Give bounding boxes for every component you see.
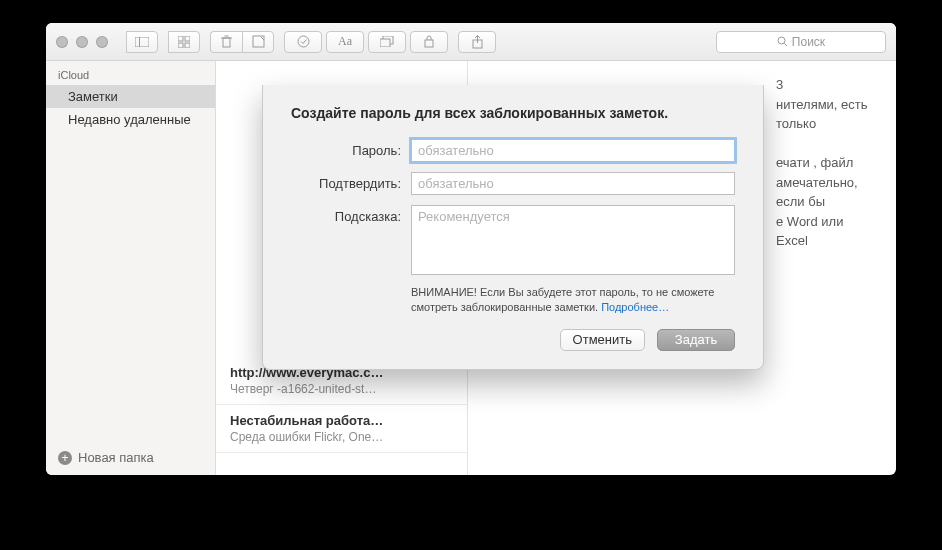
share-icon [472,35,483,49]
search-field[interactable]: Поиск [716,31,886,53]
delete-button[interactable] [210,31,242,53]
trash-icon [221,35,232,48]
note-subtitle: Четверг -a1662-united-st… [230,382,453,396]
new-folder-label: Новая папка [78,450,154,465]
folders-sidebar: iCloud Заметки Недавно удаленные + Новая… [46,61,216,475]
format-group: Aa [284,31,448,53]
titlebar: Aa Поиск [46,23,896,61]
svg-rect-5 [185,43,190,48]
text-format-icon: Aa [338,34,352,49]
checklist-button[interactable] [284,31,322,53]
svg-rect-13 [380,39,390,47]
close-window-button[interactable] [56,36,68,48]
view-segmented [126,31,158,53]
zoom-window-button[interactable] [96,36,108,48]
window-controls [56,36,108,48]
sidebar-item-notes[interactable]: Заметки [46,85,215,108]
note-subtitle: Среда ошибки Flickr, One… [230,430,453,444]
plus-circle-icon: + [58,451,72,465]
list-item[interactable]: Нестабильная работа… Среда ошибки Flickr… [216,405,467,453]
svg-rect-0 [135,37,149,47]
lock-icon [424,35,434,48]
grid-view-button[interactable] [168,31,200,53]
svg-rect-4 [178,43,183,48]
note-title: http://www.everymac.c… [230,365,453,380]
note-title: Нестабильная работа… [230,413,453,428]
list-view-button[interactable] [126,31,158,53]
main-body: iCloud Заметки Недавно удаленные + Новая… [46,61,896,475]
sidebar-item-label: Недавно удаленные [68,112,191,127]
grid-icon [178,36,190,48]
notes-window: Aa Поиск iCloud Заметки [46,23,896,475]
minimize-window-button[interactable] [76,36,88,48]
search-icon [777,36,788,47]
new-folder-button[interactable]: + Новая папка [46,440,215,475]
note-actions-segmented [210,31,274,53]
svg-rect-2 [178,36,183,41]
share-button[interactable] [458,31,496,53]
sidebar-icon [135,37,149,47]
sidebar-item-recently-deleted[interactable]: Недавно удаленные [46,108,215,131]
format-button[interactable]: Aa [326,31,364,53]
sidebar-item-label: Заметки [68,89,118,104]
svg-point-11 [298,36,309,47]
lock-button[interactable] [410,31,448,53]
svg-rect-6 [223,38,230,47]
new-note-button[interactable] [242,31,274,53]
note-list: http://www.everymac.c… Четверг -a1662-un… [216,61,468,475]
photos-icon [380,36,394,47]
svg-rect-3 [185,36,190,41]
list-item[interactable]: http://www.everymac.c… Четверг -a1662-un… [216,357,467,405]
sidebar-section-header: iCloud [46,61,215,85]
share-group [458,31,496,53]
compose-icon [252,35,265,48]
search-placeholder: Поиск [792,35,825,49]
svg-point-17 [778,37,785,44]
svg-line-18 [784,43,787,46]
svg-rect-14 [425,40,433,47]
check-circle-icon [297,35,310,48]
layout-segmented [168,31,200,53]
note-content[interactable]: 3 нителями, есть только ечати , файл аме… [468,61,896,475]
attachments-button[interactable] [368,31,406,53]
content-fragment: 3 нителями, есть только ечати , файл аме… [486,75,878,251]
